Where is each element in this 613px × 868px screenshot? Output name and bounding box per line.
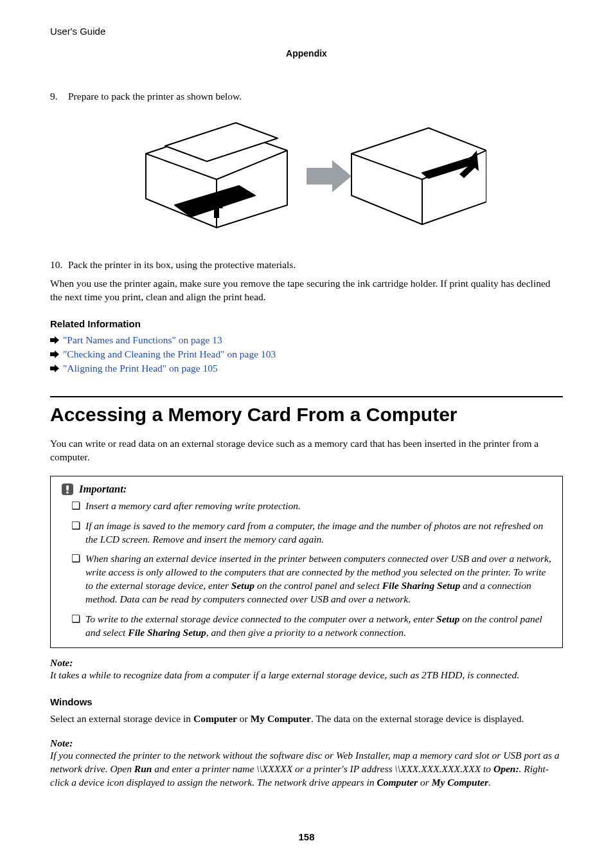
important-item-4: To write to the external storage device … — [85, 613, 552, 640]
important-item-3: When sharing an external device inserted… — [85, 552, 552, 606]
related-link-1[interactable]: "Part Names and Functions" on page 13 — [50, 334, 563, 346]
note-body: It takes a while to recognize data from … — [50, 669, 563, 682]
related-information-heading: Related Information — [50, 318, 563, 329]
windows-heading: Windows — [50, 696, 563, 707]
section-heading: Accessing a Memory Card From a Computer — [50, 404, 563, 426]
svg-marker-5 — [351, 128, 486, 224]
svg-marker-4 — [306, 160, 351, 192]
step-text: Pack the printer in its box, using the p… — [68, 259, 563, 271]
svg-marker-9 — [50, 350, 59, 358]
svg-marker-8 — [50, 336, 59, 344]
step-10: 10. Pack the printer in its box, using t… — [50, 259, 563, 271]
arrow-right-icon — [50, 350, 59, 358]
packing-figure — [50, 115, 563, 240]
note-label: Note: — [50, 657, 563, 669]
important-item-2: If an image is saved to the memory card … — [85, 520, 552, 547]
important-label: Important: — [79, 483, 127, 496]
link-text: "Aligning the Print Head" on page 105 — [63, 363, 218, 374]
important-icon — [61, 483, 74, 496]
note-body: If you connected the printer to the netw… — [50, 749, 563, 790]
header-title: User's Guide — [50, 26, 563, 37]
svg-rect-12 — [66, 485, 69, 491]
windows-paragraph: Select an external storage device in Com… — [50, 712, 563, 726]
step-number: 9. — [50, 91, 68, 102]
link-text: "Checking and Cleaning the Print Head" o… — [63, 348, 276, 360]
after-steps-paragraph: When you use the printer again, make sur… — [50, 277, 563, 304]
related-link-3[interactable]: "Aligning the Print Head" on page 105 — [50, 363, 563, 374]
note-label: Note: — [50, 737, 563, 749]
step-text: Prepare to pack the printer as shown bel… — [68, 91, 563, 102]
arrow-right-icon — [50, 336, 59, 344]
intro-paragraph: You can write or read data on an externa… — [50, 437, 563, 464]
important-callout: Important: Insert a memory card after re… — [50, 476, 563, 648]
svg-marker-10 — [50, 365, 59, 372]
step-number: 10. — [50, 259, 68, 271]
page-number: 158 — [0, 831, 613, 842]
section-divider — [50, 396, 563, 397]
arrow-right-icon — [50, 365, 59, 372]
breadcrumb: Appendix — [50, 48, 563, 59]
step-9: 9. Prepare to pack the printer as shown … — [50, 91, 563, 102]
important-item-1: Insert a memory card after removing writ… — [85, 500, 552, 513]
svg-rect-13 — [66, 491, 69, 493]
link-text: "Part Names and Functions" on page 13 — [63, 334, 222, 346]
related-link-2[interactable]: "Checking and Cleaning the Print Head" o… — [50, 348, 563, 360]
